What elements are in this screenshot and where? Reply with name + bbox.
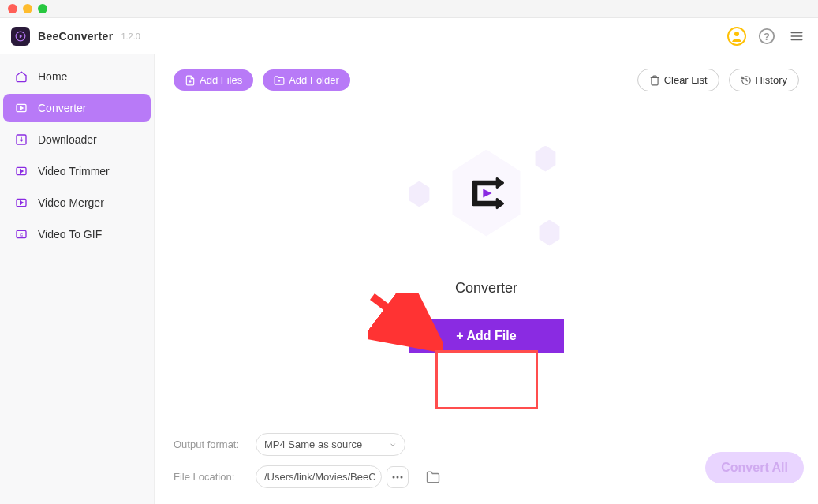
more-options-button[interactable]: [387, 466, 409, 488]
menu-button[interactable]: [786, 26, 807, 47]
app-logo: [11, 27, 30, 46]
titlebar: [0, 0, 818, 18]
home-icon: [14, 69, 28, 84]
converter-icon: [14, 101, 28, 115]
app-name: BeeConverter: [38, 30, 113, 43]
gif-icon: G: [14, 227, 28, 241]
sidebar-item-trimmer[interactable]: Video Trimmer: [3, 157, 151, 185]
svg-point-14: [401, 476, 403, 478]
file-location-field[interactable]: /Users/link/Movies/BeeC: [256, 465, 382, 488]
svg-point-13: [397, 476, 399, 478]
sidebar-item-merger[interactable]: Video Merger: [3, 189, 151, 217]
sidebar-item-label: Converter: [38, 102, 86, 114]
sidebar-item-label: Video Merger: [38, 196, 104, 209]
toolbar: Add Files Add Folder Clear List History: [155, 54, 818, 106]
svg-point-2: [734, 32, 739, 36]
output-format-value: MP4 Same as source: [264, 439, 362, 450]
file-location-value: /Users/link/Movies/BeeC: [264, 471, 376, 483]
history-button[interactable]: History: [729, 69, 799, 91]
clear-list-label: Clear List: [664, 74, 708, 86]
trash-icon: [649, 75, 660, 86]
download-icon: [14, 133, 28, 147]
trim-icon: [14, 164, 28, 178]
drop-zone-title: Converter: [455, 280, 517, 297]
window-minimize-button[interactable]: [23, 4, 32, 13]
content-area: Add Files Add Folder Clear List History: [155, 54, 818, 504]
history-label: History: [756, 74, 787, 86]
converter-illustration: [408, 142, 566, 260]
sidebar-item-label: Video Trimmer: [38, 165, 110, 177]
chevron-down-icon: [389, 441, 397, 449]
add-files-button[interactable]: Add Files: [174, 69, 253, 91]
account-button[interactable]: [726, 26, 747, 47]
add-folder-label: Add Folder: [289, 74, 339, 86]
file-location-label: File Location:: [174, 471, 245, 483]
sidebar-item-downloader[interactable]: Downloader: [3, 125, 151, 154]
app-version: 1.2.0: [121, 32, 140, 41]
sidebar-item-label: Downloader: [38, 133, 97, 146]
history-icon: [741, 75, 752, 86]
svg-text:G: G: [20, 233, 23, 237]
help-button[interactable]: ?: [756, 26, 777, 47]
window-close-button[interactable]: [8, 4, 17, 13]
dots-icon: [392, 476, 403, 479]
clear-list-button[interactable]: Clear List: [637, 69, 719, 91]
app-header: BeeConverter 1.2.0 ?: [0, 18, 818, 54]
add-file-main-button[interactable]: + Add File: [409, 319, 563, 353]
convert-all-button[interactable]: Convert All: [705, 452, 804, 483]
add-folder-button[interactable]: Add Folder: [263, 69, 350, 91]
output-format-select[interactable]: MP4 Same as source: [256, 433, 405, 456]
output-format-label: Output format:: [174, 439, 245, 450]
sidebar-item-gif[interactable]: G Video To GIF: [3, 220, 151, 248]
sidebar-item-label: Video To GIF: [38, 228, 102, 241]
sidebar: Home Converter Downloader Video Trimmer …: [0, 54, 155, 504]
file-icon: [185, 75, 196, 86]
svg-text:?: ?: [764, 30, 770, 42]
sidebar-item-label: Home: [38, 70, 67, 83]
sidebar-item-converter[interactable]: Converter: [3, 94, 151, 122]
open-folder-button[interactable]: [424, 468, 443, 487]
merge-icon: [14, 196, 28, 210]
sidebar-item-home[interactable]: Home: [3, 62, 151, 91]
drop-zone[interactable]: Converter + Add File: [155, 106, 818, 420]
folder-open-icon: [426, 470, 440, 484]
annotation-highlight: [435, 350, 538, 409]
folder-icon: [274, 75, 285, 86]
convert-icon: [465, 171, 509, 215]
add-files-label: Add Files: [200, 74, 242, 86]
svg-point-12: [393, 476, 395, 478]
window-maximize-button[interactable]: [38, 4, 47, 13]
